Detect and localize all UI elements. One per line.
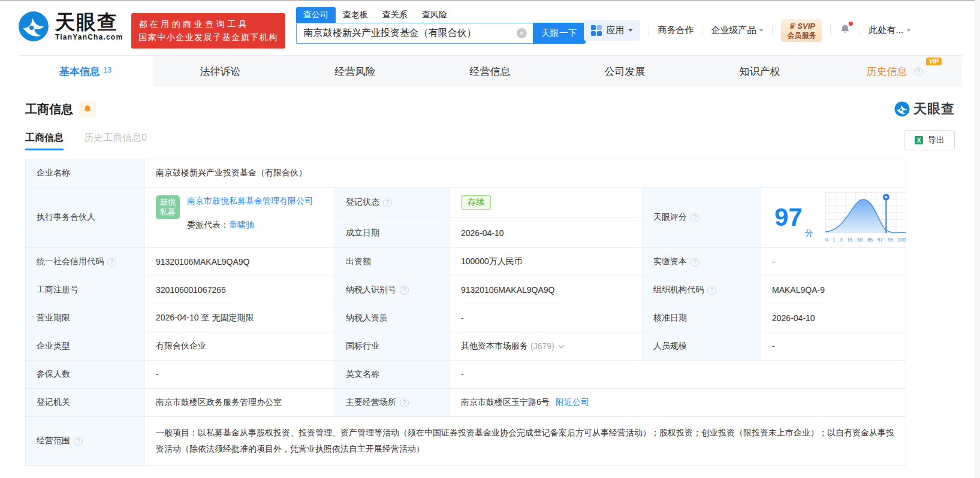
address-text: 南京市鼓楼区玉宁路6号 bbox=[461, 397, 550, 408]
menu-divider bbox=[772, 26, 773, 35]
table-row: 执行事务合伙人 鼓悦 私募 南京市鼓悦私募基金管理有限公司 委派代表：童啸驰 登… bbox=[26, 187, 906, 247]
tab-company-development[interactable]: 公司发展 bbox=[557, 56, 692, 87]
tab-label: 知识产权 bbox=[740, 65, 780, 78]
tab-count: 13 bbox=[103, 65, 111, 74]
approval-date-label: 核准日期 bbox=[642, 304, 761, 332]
company-type-label: 企业类型 bbox=[26, 332, 144, 360]
tab-label: 经营信息 bbox=[470, 65, 511, 78]
search-block: 查公司 查老板 查关系 查风险 天眼一下 bbox=[296, 7, 586, 44]
apps-menu-button[interactable]: 应用 bbox=[584, 20, 640, 41]
partner-avatar: 鼓悦 私募 bbox=[156, 195, 180, 219]
slogan-line1: 都在用的商业查询工具 bbox=[138, 17, 278, 31]
chevron-down-icon[interactable] bbox=[558, 343, 564, 349]
search-tab-risk[interactable]: 查风险 bbox=[415, 7, 454, 23]
nearby-companies-link[interactable]: 附近公司 bbox=[556, 397, 589, 408]
tab-intellectual-property[interactable]: 知识产权 bbox=[692, 56, 827, 87]
org-code-label: 组织机构代码 bbox=[642, 276, 761, 304]
notification-dot bbox=[849, 22, 853, 26]
help-icon[interactable] bbox=[383, 198, 392, 207]
reg-status-label: 登记状态 bbox=[334, 187, 450, 217]
menu-item-enterprise[interactable]: 企业级产品 bbox=[711, 25, 764, 36]
table-row: 企业类型 有限合伙企业 国标行业 其他资本市场服务 (J679) 人员规模 - bbox=[26, 332, 906, 360]
help-icon[interactable] bbox=[400, 286, 409, 295]
company-nav-tabs: 基本信息 13 法律诉讼 经营风险 经营信息 公司发展 知识产权 VIP 历史信… bbox=[18, 55, 962, 87]
user-account-menu[interactable]: 此处有... bbox=[869, 25, 911, 36]
notification-bell-button[interactable] bbox=[839, 23, 851, 38]
tab-legal-litigation[interactable]: 法律诉讼 bbox=[153, 56, 288, 87]
help-icon[interactable] bbox=[400, 398, 409, 407]
table-row: 登记机关 南京市鼓楼区政务服务管理办公室 主要经营场所 南京市鼓楼区玉宁路6号 … bbox=[26, 388, 906, 416]
tianyancha-swirl-icon bbox=[894, 101, 910, 117]
chevron-down-icon bbox=[906, 29, 911, 32]
avatar-text: 私募 bbox=[160, 207, 176, 217]
clear-search-icon[interactable] bbox=[517, 28, 527, 38]
partner-company-link[interactable]: 南京市鼓悦私募基金管理有限公司 bbox=[187, 193, 324, 219]
credit-code-label: 统一社会信用代码 bbox=[26, 248, 144, 276]
status-badge: 存续 bbox=[461, 195, 491, 210]
reg-number-label: 工商注册号 bbox=[26, 276, 144, 304]
help-icon[interactable] bbox=[74, 437, 83, 446]
executive-partner-label: 执行事务合伙人 bbox=[26, 187, 144, 247]
subtab-history-business-info[interactable]: 历史工商信息0 bbox=[84, 132, 147, 150]
help-icon[interactable] bbox=[107, 258, 116, 267]
scrollbar[interactable] bbox=[975, 0, 980, 478]
tab-operation-info[interactable]: 经营信息 bbox=[423, 56, 557, 87]
excel-icon: X bbox=[914, 135, 924, 145]
user-name-label: 此处有... bbox=[869, 25, 903, 36]
search-input[interactable] bbox=[296, 23, 533, 44]
tab-label: 历史信息 bbox=[867, 65, 907, 78]
help-icon[interactable] bbox=[914, 67, 923, 76]
score-number: 97 bbox=[774, 205, 803, 230]
tab-history-info[interactable]: VIP 历史信息 bbox=[827, 56, 962, 87]
main-premises-label: 主要经营场所 bbox=[334, 389, 450, 416]
subtab-business-info[interactable]: 工商信息 bbox=[25, 132, 64, 150]
logo-domain-text: TianYanCha.com bbox=[55, 33, 123, 41]
apps-label: 应用 bbox=[606, 25, 624, 36]
tab-operation-risk[interactable]: 经营风险 bbox=[288, 56, 423, 87]
subscribe-bell-button[interactable] bbox=[79, 101, 96, 117]
help-icon[interactable] bbox=[690, 213, 699, 222]
registration-authority-value: 南京市鼓楼区政务服务管理办公室 bbox=[144, 389, 334, 416]
export-label: 导出 bbox=[928, 135, 945, 146]
reg-status-value: 存续 bbox=[450, 187, 642, 217]
executive-partner-value: 鼓悦 私募 南京市鼓悦私募基金管理有限公司 委派代表：童啸驰 bbox=[144, 187, 334, 247]
chevron-down-icon bbox=[759, 29, 764, 32]
menu-item-cooperation[interactable]: 商务合作 bbox=[658, 25, 693, 36]
site-header: 天眼查 TianYanCha.com 都在用的商业查询工具 国家中小企业发展子基… bbox=[0, 1, 980, 55]
paid-capital-value: - bbox=[761, 248, 906, 276]
score-unit: 分 bbox=[805, 228, 813, 239]
business-term-value: 2026-04-10 至 无固定期限 bbox=[144, 304, 334, 332]
english-name-label: 英文名称 bbox=[334, 361, 450, 388]
table-row: 营业期限 2026-04-10 至 无固定期限 纳税人资质 - 核准日期 202… bbox=[26, 304, 906, 332]
help-icon[interactable] bbox=[690, 258, 699, 267]
svip-member-button[interactable]: ♛ SVIP 会员服务 bbox=[781, 19, 822, 42]
delegate-person-link[interactable]: 童啸驰 bbox=[229, 220, 254, 229]
svip-label: ♛ SVIP bbox=[787, 22, 816, 31]
english-name-value: - bbox=[450, 361, 906, 388]
score-distribution-chart: 01 315 5085 9799 100 bbox=[825, 192, 906, 243]
tab-basic-info[interactable]: 基本信息 13 bbox=[18, 56, 153, 87]
insured-count-value: - bbox=[144, 361, 334, 388]
insured-count-label: 参保人数 bbox=[26, 361, 144, 388]
table-row: 经营范围 一般项目：以私募基金从事股权投资、投资管理、资产管理等活动（须在中国证… bbox=[26, 416, 906, 465]
menu-divider bbox=[830, 26, 831, 35]
industry-name: 其他资本市场服务 bbox=[461, 341, 528, 352]
help-icon[interactable] bbox=[707, 286, 716, 295]
establish-date-value: 2026-04-10 bbox=[450, 217, 642, 247]
search-tab-relation[interactable]: 查关系 bbox=[375, 7, 415, 23]
score-value[interactable]: 97 分 bbox=[761, 187, 917, 247]
taxpayer-id-label: 纳税人识别号 bbox=[334, 276, 450, 304]
search-button[interactable]: 天眼一下 bbox=[533, 23, 586, 44]
industry-label: 国标行业 bbox=[334, 332, 450, 360]
company-name-value: 南京鼓楼新兴产业投资基金（有限合伙） bbox=[144, 159, 906, 187]
export-button[interactable]: X 导出 bbox=[904, 130, 955, 150]
business-term-label: 营业期限 bbox=[26, 304, 144, 332]
search-tab-boss[interactable]: 查老板 bbox=[336, 7, 375, 23]
industry-value[interactable]: 其他资本市场服务 (J679) bbox=[450, 332, 642, 360]
tab-label: 经营风险 bbox=[335, 65, 376, 78]
tianyancha-logo[interactable]: 天眼查 TianYanCha.com bbox=[18, 11, 123, 42]
watermark-text: 天眼查 bbox=[913, 100, 955, 118]
search-tab-company[interactable]: 查公司 bbox=[296, 7, 336, 23]
apps-grid-icon bbox=[591, 25, 602, 36]
capital-value: 100000万人民币 bbox=[450, 248, 642, 276]
